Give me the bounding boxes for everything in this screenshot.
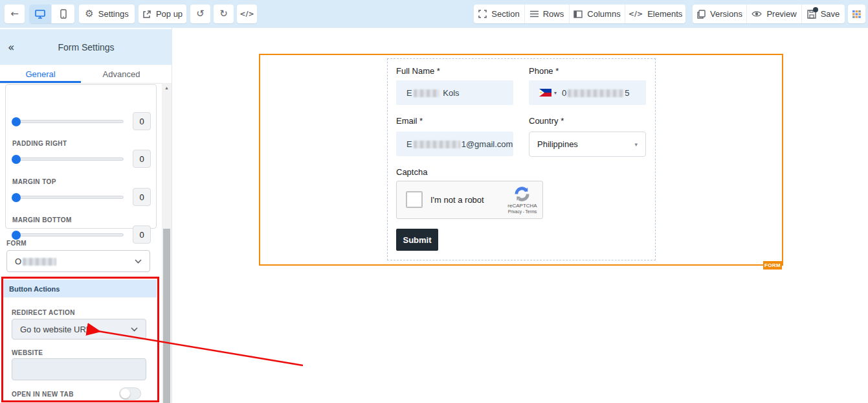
- desktop-view-button[interactable]: [29, 5, 52, 23]
- section-brackets-icon: [478, 10, 487, 18]
- rows-icon: [530, 10, 539, 17]
- phone-input[interactable]: ▾ 05: [529, 80, 646, 105]
- slider-track[interactable]: [12, 120, 124, 123]
- scrollbar-up-arrow[interactable]: ▲: [162, 83, 172, 93]
- undo-button[interactable]: ↺: [190, 5, 210, 23]
- unsaved-dot-badge: [813, 7, 818, 12]
- caret-down-icon: ▾: [634, 141, 638, 148]
- value-text: E: [406, 139, 412, 149]
- slider-value[interactable]: 0: [133, 188, 151, 206]
- slider-value[interactable]: 0: [133, 225, 151, 244]
- settings-label: Settings: [98, 9, 129, 19]
- value-text: 1@gmail.com: [462, 139, 513, 149]
- redacted-text: [23, 258, 56, 266]
- code-icon: </>: [629, 10, 643, 17]
- versions-icon: [696, 10, 706, 19]
- margin-bottom-slider-row: 0: [12, 225, 151, 244]
- external-link-icon: [142, 10, 151, 19]
- margin-top-slider-row: 0: [12, 188, 151, 206]
- smartphone-icon: [60, 9, 67, 19]
- caret-down-icon[interactable]: ▾: [554, 90, 557, 96]
- chevrons-left-icon[interactable]: «: [8, 41, 14, 54]
- slider-value[interactable]: 0: [133, 112, 151, 130]
- padding-left-slider-row: 0: [12, 112, 151, 130]
- elements-button[interactable]: </> Elements: [625, 5, 685, 23]
- form-select-label: FORM: [6, 240, 27, 247]
- redacted-text: [568, 89, 623, 97]
- section-button[interactable]: Section: [474, 5, 525, 23]
- versions-label: Versions: [710, 9, 742, 19]
- recaptcha-logo-icon: [513, 185, 531, 203]
- value-text: Kols: [441, 88, 460, 98]
- apps-menu-button[interactable]: [848, 5, 865, 23]
- email-label: Email *: [396, 116, 423, 126]
- padding-right-label: PADDING RIGHT: [12, 140, 67, 147]
- form-select-value: O: [15, 257, 21, 266]
- mobile-view-button[interactable]: [52, 5, 74, 23]
- scrollbar-thumb[interactable]: [163, 229, 170, 403]
- value-text: E: [406, 88, 412, 98]
- chevron-down-icon: [135, 259, 142, 264]
- slider-thumb[interactable]: [12, 117, 21, 126]
- save-label: Save: [821, 9, 840, 19]
- slider-track[interactable]: [12, 233, 124, 236]
- slider-thumb[interactable]: [12, 155, 21, 164]
- submit-button[interactable]: Submit: [396, 229, 438, 251]
- columns-label: Columns: [587, 9, 620, 19]
- slider-track[interactable]: [12, 157, 124, 161]
- document-actions: Versions Preview Save: [693, 5, 845, 23]
- country-value: Philippines: [537, 139, 578, 149]
- redo-button[interactable]: ↻: [214, 5, 234, 23]
- sidebar-scrollbar[interactable]: ▲: [162, 83, 172, 403]
- recaptcha-privacy-terms-links[interactable]: Privacy - Terms: [504, 209, 540, 214]
- tab-general[interactable]: General: [0, 65, 81, 83]
- elements-label: Elements: [647, 9, 682, 19]
- slider-thumb[interactable]: [12, 231, 21, 240]
- versions-button[interactable]: Versions: [693, 5, 747, 23]
- margin-top-label: MARGIN TOP: [12, 178, 56, 185]
- value-text: 5: [625, 88, 629, 98]
- redacted-text: [414, 89, 440, 97]
- rows-label: Rows: [543, 9, 564, 19]
- panel-title: Form Settings: [0, 42, 172, 52]
- country-select[interactable]: Philippines ▾: [529, 132, 646, 157]
- email-input[interactable]: E1@gmail.com: [396, 132, 513, 156]
- apps-grid-icon: [852, 10, 861, 18]
- captcha-label: Captcha: [396, 167, 427, 177]
- form-selection-badge: FORM: [763, 261, 782, 270]
- margin-bottom-label: MARGIN BOTTOM: [12, 216, 72, 224]
- philippines-flag-icon[interactable]: [539, 89, 551, 97]
- tab-advanced[interactable]: Advanced: [81, 65, 162, 83]
- form-settings-panel: « Form Settings General Advanced 0 PADDI…: [0, 28, 172, 403]
- popup-label: Pop up: [156, 9, 183, 19]
- back-button[interactable]: ←: [5, 5, 25, 23]
- recaptcha-checkbox-label: I'm not a robot: [430, 195, 484, 205]
- recaptcha-brand-text: reCAPTCHA: [504, 203, 540, 209]
- popup-button[interactable]: Pop up: [139, 5, 186, 23]
- slider-track[interactable]: [12, 196, 124, 199]
- rows-button[interactable]: Rows: [525, 5, 570, 23]
- recaptcha-checkbox[interactable]: [406, 191, 423, 208]
- full-name-input[interactable]: E Kols: [396, 80, 513, 105]
- form-select[interactable]: O: [6, 250, 150, 272]
- save-button[interactable]: Save: [802, 5, 845, 23]
- annotation-highlight-rect: [1, 277, 159, 402]
- redo-icon: ↻: [219, 9, 228, 19]
- redacted-text: [414, 141, 460, 148]
- slider-thumb[interactable]: [12, 193, 21, 202]
- save-icon: [807, 10, 816, 19]
- columns-button[interactable]: Columns: [570, 5, 625, 23]
- preview-button[interactable]: Preview: [747, 5, 802, 23]
- top-toolbar: ← ⚙ Settings Pop up ↺ ↻ </>: [0, 0, 868, 28]
- eye-icon: [751, 10, 762, 17]
- code-button[interactable]: </>: [237, 5, 257, 23]
- full-name-label: Full Name *: [396, 66, 440, 76]
- code-icon: </>: [239, 10, 254, 17]
- recaptcha-widget: I'm not a robot reCAPTCHA Privacy - Term…: [396, 181, 543, 219]
- device-toggle: [29, 5, 74, 23]
- phone-label: Phone *: [529, 66, 559, 76]
- panel-tabs: General Advanced: [0, 65, 162, 84]
- slider-value[interactable]: 0: [133, 150, 151, 168]
- settings-button[interactable]: ⚙ Settings: [79, 5, 135, 23]
- panel-header: « Form Settings: [0, 29, 172, 65]
